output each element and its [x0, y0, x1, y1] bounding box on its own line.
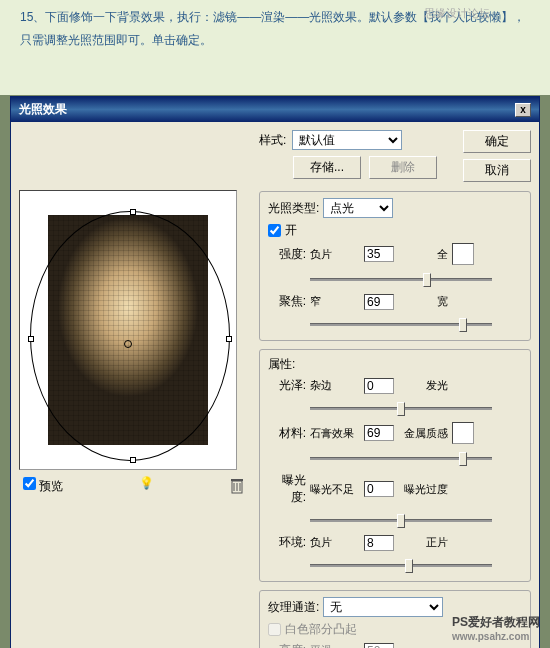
focus-slider[interactable] [310, 316, 492, 332]
focus-value[interactable]: 69 [364, 294, 394, 310]
material-value[interactable]: 69 [364, 425, 394, 441]
intensity-label: 强度: [268, 246, 306, 263]
light-type-group: 光照类型: 点光 开 强度: 负片 35 全 聚焦: 窄 69 宽 [259, 191, 531, 341]
svg-rect-4 [231, 479, 243, 481]
texture-select[interactable]: 无 [323, 597, 443, 617]
properties-group: 属性: 光泽: 杂边 0 发光 材料: 石膏效果 69 金属质感 曝光度 [259, 349, 531, 582]
save-button[interactable]: 存储... [293, 156, 361, 179]
gloss-slider[interactable] [310, 400, 492, 416]
intensity-value[interactable]: 35 [364, 246, 394, 262]
material-slider[interactable] [310, 450, 492, 466]
lightbulb-icon[interactable]: 💡 [136, 476, 156, 496]
ambience-value[interactable]: 8 [364, 535, 394, 551]
trash-icon[interactable] [229, 477, 245, 495]
dialog-title: 光照效果 [19, 101, 67, 118]
intensity-slider[interactable] [310, 271, 492, 287]
texture-label: 纹理通道: [268, 599, 319, 616]
light-color-swatch[interactable] [452, 243, 474, 265]
ok-button[interactable]: 确定 [463, 130, 531, 153]
ambient-color-swatch[interactable] [452, 422, 474, 444]
style-label: 样式: [259, 132, 286, 149]
watermark-top: 思缘设计论坛 [424, 2, 490, 24]
height-value: 50 [364, 643, 394, 649]
lighting-effects-dialog: 光照效果 x 预览 💡 [10, 96, 540, 648]
exposure-value[interactable]: 0 [364, 481, 394, 497]
watermark-bottom: PS爱好者教程网 www.psahz.com [452, 613, 540, 642]
light-center[interactable] [124, 340, 132, 348]
on-checkbox[interactable]: 开 [268, 222, 522, 239]
style-select[interactable]: 默认值 [292, 130, 402, 150]
exposure-slider[interactable] [310, 512, 492, 528]
props-label: 属性: [268, 356, 295, 373]
ambience-slider[interactable] [310, 557, 492, 573]
gloss-value[interactable]: 0 [364, 378, 394, 394]
light-type-select[interactable]: 点光 [323, 198, 393, 218]
light-ellipse[interactable] [30, 211, 230, 461]
light-type-label: 光照类型: [268, 200, 319, 217]
titlebar[interactable]: 光照效果 x [11, 97, 539, 122]
preview-checkbox[interactable]: 预览 [23, 477, 63, 495]
focus-label: 聚焦: [268, 293, 306, 310]
preview-area[interactable] [19, 190, 237, 470]
delete-button: 删除 [369, 156, 437, 179]
close-button[interactable]: x [515, 103, 531, 117]
cancel-button[interactable]: 取消 [463, 159, 531, 182]
